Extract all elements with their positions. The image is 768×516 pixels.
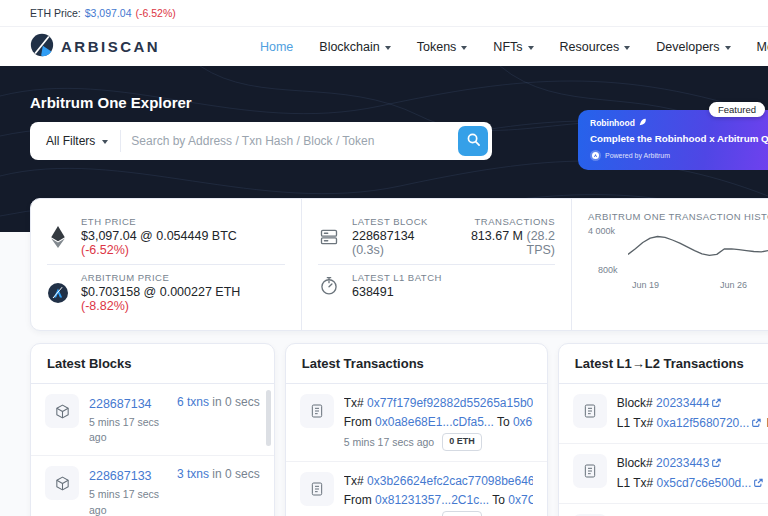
latest-transactions-card: Latest Transactions Tx# 0x77f179ef92882d… (285, 343, 548, 516)
nav-item-blockchain[interactable]: Blockchain (319, 40, 390, 54)
chevron-down-icon (528, 46, 534, 50)
feather-icon (639, 118, 647, 128)
tx-prefix: Tx# (344, 474, 367, 488)
powered-by-label: Powered by Arbitrum (605, 152, 670, 159)
eth-price-value[interactable]: $3,097.04 (85, 7, 132, 19)
block-prefix: Block# (617, 456, 656, 470)
featured-campaign-banner[interactable]: Featured Robinhood Complete the Robinhoo… (578, 110, 768, 170)
nav-item-nfts[interactable]: NFTs (493, 40, 533, 54)
block-number-link[interactable]: 228687133 (89, 469, 152, 483)
search-icon (466, 132, 481, 150)
search-input[interactable] (121, 134, 458, 148)
page-title: Arbitrum One Explorer (30, 94, 192, 111)
navbar: ARBISCAN Home Blockchain Tokens NFTs Res… (0, 27, 768, 66)
tx-from-link[interactable]: 0x81231357...2C1c... (375, 493, 489, 507)
external-link-icon[interactable] (711, 455, 721, 474)
chevron-down-icon (102, 140, 108, 144)
brand-name: ARBISCAN (61, 38, 160, 55)
l1-batch-value: 638491 (352, 285, 442, 299)
nav-item-resources[interactable]: Resources (560, 40, 631, 54)
tx-to-link[interactable]: 0x6985884C...7F132... (513, 415, 533, 429)
tx-value-badge: 0 ETH (442, 433, 482, 451)
arbiscan-logo[interactable]: ARBISCAN (30, 33, 160, 61)
external-link-icon[interactable] (751, 415, 761, 434)
stat-label: LATEST L1 BATCH (352, 272, 442, 283)
search-filter-dropdown[interactable]: All Filters (34, 134, 120, 148)
latest-l1-batch-stat: LATEST L1 BATCH 638491 (318, 265, 555, 306)
stat-label: ARBITRUM PRICE (81, 272, 285, 283)
to-label: To (494, 415, 513, 429)
eth-price-change: (-6.52%) (135, 7, 175, 19)
chevron-down-icon (461, 46, 467, 50)
eth-price-stat: ETH PRICE $3,097.04 @ 0.054449 BTC (-6.5… (47, 209, 285, 264)
document-icon (300, 472, 334, 506)
block-row: 228687134 5 mins 17 secs ago 6 txns in 0… (31, 384, 274, 456)
eth-price-stat-value: $3,097.04 @ 0.054449 BTC (81, 229, 237, 243)
from-label: From (344, 493, 375, 507)
external-link-icon[interactable] (753, 475, 763, 494)
block-age: 5 mins 17 secs ago (89, 487, 177, 516)
tx-history-line (628, 230, 768, 270)
tx-history-chart: ARBITRUM ONE TRANSACTION HISTORY IN 14 D… (571, 199, 768, 330)
nav-item-home[interactable]: Home (260, 40, 293, 54)
gauge-icon (318, 276, 340, 296)
l1l2-block-link[interactable]: 20233444 (656, 396, 709, 410)
search-button[interactable] (458, 126, 488, 156)
nav-item-developers[interactable]: Developers (656, 40, 730, 54)
tx-to-link[interactable]: 0x7CFaDFD5...3648... (508, 493, 532, 507)
ethereum-icon (47, 226, 69, 248)
arb-price-stat-change: (-8.82%) (81, 299, 129, 313)
block-prefix: Block# (617, 396, 656, 410)
stat-label: LATEST BLOCK (352, 216, 440, 227)
chevron-down-icon (725, 46, 731, 50)
tx-age: 5 mins 17 secs ago (344, 435, 434, 450)
server-icon (318, 227, 340, 247)
transactions-value: 813.67 M (471, 229, 523, 243)
block-txn-time: in 0 secs (209, 467, 260, 481)
to-label: To (489, 493, 508, 507)
block-number-link[interactable]: 228687134 (89, 397, 152, 411)
main-menu: Home Blockchain Tokens NFTs Resources De… (260, 40, 768, 54)
overview-stats-card: ETH PRICE $3,097.04 @ 0.054449 BTC (-6.5… (30, 198, 768, 331)
search-bar: All Filters (30, 122, 492, 160)
tx-value-badge: 0 ETH (442, 511, 482, 516)
tx-hash-link[interactable]: 0x3b26624efc2cac77098be646e7b... (367, 474, 533, 488)
latest-block-stat: LATEST BLOCK 228687134 (0.3s) TRANSACTIO… (318, 209, 555, 264)
y-axis-tick-min: 800k (598, 265, 618, 275)
arbitrum-icon (47, 283, 69, 303)
stat-label: ETH PRICE (81, 216, 285, 227)
tx-hash-link[interactable]: 0x77f179ef92882d55265a15b0b80... (367, 396, 533, 410)
l1l2-row: Block# 20233443 L1 Tx# 0x5cd7c6e500d... … (559, 444, 768, 504)
block-txns-link[interactable]: 6 txns (177, 395, 209, 409)
l1-tx-link[interactable]: 0xa12f5680720... (657, 416, 750, 430)
l1l2-block-link[interactable]: 20233443 (656, 456, 709, 470)
transaction-row: Tx# 0x77f179ef92882d55265a15b0b80... Fro… (286, 384, 547, 462)
latest-blocks-title: Latest Blocks (31, 344, 274, 384)
l1l2-row: Block# 20233444 L1 Tx# 0xa12f5680720... … (559, 384, 768, 444)
block-txn-time: in 0 secs (209, 395, 260, 409)
x-axis-tick-1: Jun 19 (632, 280, 659, 290)
topbar: ETH Price: $3,097.04 (-6.52%) (0, 0, 768, 27)
block-txns-link[interactable]: 3 txns (177, 467, 209, 481)
tx-from-link[interactable]: 0x0a8e68E1...cDfa5... (375, 415, 494, 429)
banner-headline: Complete the Robinhood x Arbitrum Quest! (590, 133, 768, 144)
external-link-icon[interactable] (711, 395, 721, 414)
x-axis-tick-2: Jun 26 (720, 280, 747, 290)
block-age: 5 mins 17 secs ago (89, 415, 177, 445)
latest-l1l2-card: Latest L1→L2 Transactions Block# 2023344… (558, 343, 768, 516)
filter-label: All Filters (46, 134, 95, 148)
nav-item-tokens[interactable]: Tokens (417, 40, 468, 54)
from-label: From (344, 415, 375, 429)
latest-blocks-card: Latest Blocks 228687134 5 mins 17 secs a… (30, 343, 275, 516)
arbitrum-mini-icon (590, 150, 601, 161)
l1-tx-prefix: L1 Tx# (617, 476, 657, 490)
nav-item-more[interactable]: More (757, 40, 768, 54)
latest-block-time: (0.3s) (352, 243, 384, 257)
l1-tx-link[interactable]: 0x5cd7c6e500d... (657, 476, 752, 490)
banner-brand-name: Robinhood (590, 118, 635, 128)
scrollbar-thumb[interactable] (266, 390, 271, 446)
eth-price-label: ETH Price: (30, 7, 81, 19)
cube-icon (45, 466, 79, 500)
cube-icon (45, 394, 79, 428)
latest-transactions-title: Latest Transactions (286, 344, 547, 384)
